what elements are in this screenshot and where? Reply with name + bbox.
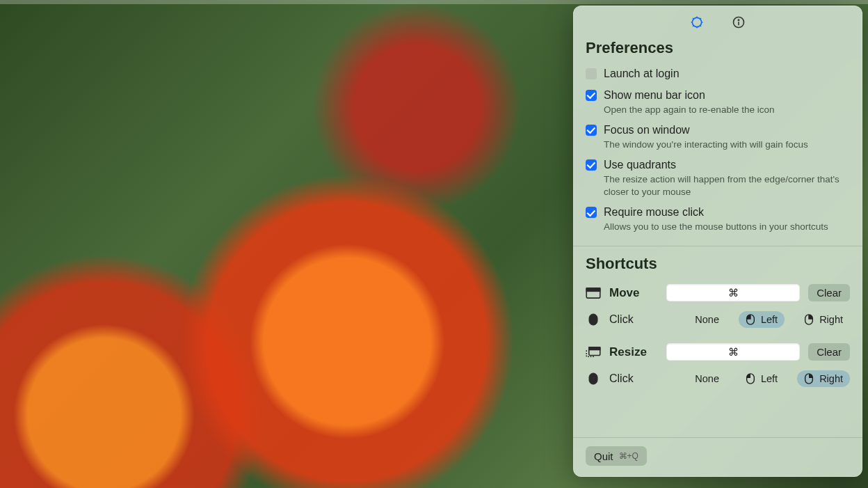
svg-rect-4: [586, 288, 600, 290]
resize-click-none[interactable]: None: [688, 370, 726, 387]
pref-focus-on-window: Focus on window The window you're intera…: [586, 119, 850, 154]
shortcut-move-row: Move ⌘ Clear: [586, 278, 850, 307]
pref-label: Use quadrants: [604, 158, 847, 173]
mouse-icon: [586, 372, 601, 385]
tab-info[interactable]: [732, 15, 746, 29]
resize-click-left[interactable]: Left: [739, 370, 785, 387]
shortcut-resize-row: Resize ⌘ Clear: [586, 338, 850, 366]
move-click-segmented: None Left Right: [688, 311, 850, 328]
shortcuts-list: Move ⌘ Clear Click None Left R: [573, 278, 862, 404]
shortcut-resize-click-row: Click None Left Right: [586, 366, 850, 397]
mouse-right-icon: [804, 373, 815, 384]
menubar: [0, 0, 868, 4]
shortcut-move-label: Move: [609, 286, 658, 300]
mouse-icon: [586, 313, 601, 326]
shortcut-value: ⌘: [728, 346, 739, 359]
mouse-left-icon: [746, 314, 757, 325]
quit-hint: ⌘+Q: [619, 451, 638, 461]
click-label: Click: [609, 313, 658, 326]
seg-label: Left: [761, 373, 778, 384]
quit-label: Quit: [594, 450, 613, 462]
checkbox-focus-on-window[interactable]: [586, 125, 597, 136]
shortcut-move-input[interactable]: ⌘: [666, 284, 800, 301]
panel-tabs: [573, 6, 862, 36]
resize-click-segmented: None Left Right: [688, 370, 850, 387]
svg-rect-5: [589, 314, 597, 325]
checkbox-use-quadrants[interactable]: [586, 159, 597, 171]
pref-desc: The resize action will happen from the e…: [604, 173, 847, 198]
seg-label: None: [695, 314, 719, 325]
seg-label: Right: [819, 373, 843, 384]
clear-label: Clear: [817, 287, 842, 299]
shortcuts-heading: Shortcuts: [573, 246, 862, 278]
checkbox-require-mouse-click[interactable]: [586, 207, 597, 218]
shortcut-move-click-row: Click None Left Right: [586, 307, 850, 338]
pref-label: Focus on window: [604, 123, 808, 138]
pref-desc: The window you're interacting with will …: [604, 139, 808, 151]
pref-desc: Allows you to use the mouse buttons in y…: [604, 221, 828, 233]
move-click-none[interactable]: None: [688, 311, 726, 328]
shortcut-value: ⌘: [728, 287, 739, 299]
window-move-icon: [586, 287, 601, 299]
clear-move-button[interactable]: Clear: [808, 284, 850, 301]
move-click-left[interactable]: Left: [739, 311, 785, 328]
svg-point-2: [738, 19, 739, 20]
pref-require-mouse-click: Require mouse click Allows you to use th…: [586, 201, 850, 236]
seg-label: None: [695, 373, 719, 384]
checkbox-launch-at-login[interactable]: [586, 68, 597, 79]
panel-footer: Quit ⌘+Q: [573, 437, 862, 477]
mouse-left-icon: [746, 373, 757, 384]
pref-desc: Open the app again to re-enable the icon: [604, 104, 774, 116]
click-label: Click: [609, 372, 658, 385]
pref-use-quadrants: Use quadrants The resize action will hap…: [586, 154, 850, 201]
preferences-panel: Preferences Launch at login Show menu ba…: [573, 6, 862, 477]
checkbox-show-menu-bar-icon[interactable]: [586, 90, 597, 101]
svg-rect-9: [589, 347, 600, 349]
tab-preferences[interactable]: [690, 15, 704, 29]
pref-label: Show menu bar icon: [604, 88, 774, 103]
pref-launch-at-login: Launch at login: [586, 63, 850, 84]
desktop-background: Preferences Launch at login Show menu ba…: [0, 0, 868, 488]
preferences-list: Launch at login Show menu bar icon Open …: [573, 63, 862, 244]
pref-show-menu-bar-icon: Show menu bar icon Open the app again to…: [586, 84, 850, 119]
preferences-heading: Preferences: [573, 36, 862, 63]
clear-resize-button[interactable]: Clear: [808, 343, 850, 361]
seg-label: Left: [761, 314, 778, 325]
svg-point-0: [692, 17, 701, 26]
shortcut-resize-label: Resize: [609, 345, 658, 359]
shortcut-resize-input[interactable]: ⌘: [666, 343, 800, 361]
window-resize-icon: [586, 346, 601, 359]
pref-label: Require mouse click: [604, 205, 828, 220]
mouse-right-icon: [804, 314, 815, 325]
resize-click-right[interactable]: Right: [797, 370, 850, 387]
move-click-right[interactable]: Right: [797, 311, 850, 328]
clear-label: Clear: [817, 346, 842, 358]
quit-button[interactable]: Quit ⌘+Q: [586, 446, 647, 466]
seg-label: Right: [819, 314, 843, 325]
pref-label: Launch at login: [604, 67, 680, 81]
svg-rect-10: [589, 373, 597, 384]
